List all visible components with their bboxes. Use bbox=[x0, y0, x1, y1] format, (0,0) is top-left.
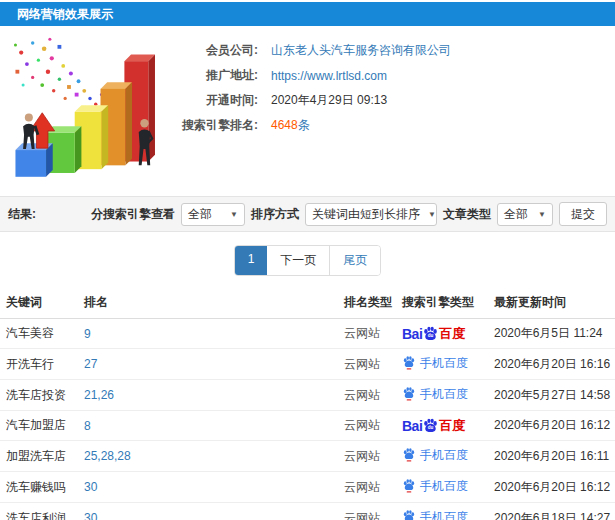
submit-button[interactable]: 提交 bbox=[559, 202, 607, 226]
promo-url-link[interactable]: https://www.lrtlsd.com bbox=[271, 69, 387, 83]
rank-cell[interactable]: 30 bbox=[80, 472, 340, 503]
engine-select[interactable]: 全部 ▼ bbox=[181, 203, 245, 226]
promo-url-label: 推广地址: bbox=[178, 67, 258, 84]
mobile-baidu-logo: 手机百度 bbox=[402, 447, 468, 462]
chevron-down-icon: ▼ bbox=[428, 210, 436, 219]
header-update-time: 最新更新时间 bbox=[490, 286, 615, 319]
company-label: 会员公司: bbox=[178, 42, 258, 59]
baidu-paw-du-text: du bbox=[428, 425, 434, 430]
engine-filter-label: 分搜索引擎查看 bbox=[91, 206, 175, 223]
header-engine-type: 搜索引擎类型 bbox=[398, 286, 490, 319]
mobile-baidu-label: 手机百度 bbox=[420, 449, 468, 461]
baidu-paw-icon: du bbox=[422, 417, 439, 434]
page-title: 网络营销效果展示 bbox=[0, 2, 615, 26]
info-row-company: 会员公司: 山东老人头汽车服务咨询有限公司 bbox=[178, 38, 615, 63]
rank-type-cell: 云网站 bbox=[340, 411, 398, 441]
article-type-select[interactable]: 全部 ▼ bbox=[497, 203, 553, 226]
results-table: 关键词 排名 排名类型 搜索引擎类型 最新更新时间 汽车美容 9 云网站 Bai bbox=[0, 286, 615, 520]
rank-type-cell: 云网站 bbox=[340, 380, 398, 411]
mobile-baidu-label: 手机百度 bbox=[420, 357, 468, 369]
mobile-baidu-logo: 手机百度 bbox=[402, 355, 468, 370]
update-time-cell: 2020年6月18日 14:27 bbox=[490, 503, 615, 520]
engine-cell: Bai du 百度 bbox=[398, 349, 490, 380]
rank-cell[interactable]: 9 bbox=[80, 319, 340, 349]
update-time-cell: 2020年5月27日 14:58 bbox=[490, 380, 615, 411]
header-rank-type: 排名类型 bbox=[340, 286, 398, 319]
sort-select-value: 关键词由短到长排序 bbox=[312, 206, 420, 223]
table-row: 洗车店利润 30 云网站 Bai du 百度 bbox=[0, 503, 615, 520]
rank-count-number: 4648 bbox=[271, 118, 298, 132]
page-1-button[interactable]: 1 bbox=[235, 246, 268, 275]
result-label: 结果: bbox=[8, 206, 36, 223]
keyword-cell: 洗车店投资 bbox=[0, 380, 80, 411]
mobile-baidu-paw-icon bbox=[402, 509, 416, 520]
next-page-button[interactable]: 下一页 bbox=[267, 246, 329, 275]
table-row: 汽车美容 9 云网站 Bai du 百度 bbox=[0, 319, 615, 349]
rank-count-label: 搜索引擎排名: bbox=[178, 117, 258, 134]
rank-type-cell: 云网站 bbox=[340, 319, 398, 349]
engine-cell: Bai du 百度 bbox=[398, 380, 490, 411]
pagination: 1 下一页 尾页 bbox=[234, 245, 382, 276]
last-page-button[interactable]: 尾页 bbox=[329, 246, 380, 275]
rank-cell[interactable]: 27 bbox=[80, 349, 340, 380]
header-keyword: 关键词 bbox=[0, 286, 80, 319]
company-link[interactable]: 山东老人头汽车服务咨询有限公司 bbox=[271, 42, 451, 59]
info-row-open-time: 开通时间: 2020年4月29日 09:13 bbox=[178, 88, 615, 113]
engine-cell: Bai du 百度 bbox=[398, 411, 490, 441]
update-time-cell: 2020年6月20日 16:12 bbox=[490, 472, 615, 503]
keyword-cell: 洗车店利润 bbox=[0, 503, 80, 520]
rank-count-suffix: 条 bbox=[298, 118, 310, 132]
sort-select[interactable]: 关键词由短到长排序 ▼ bbox=[305, 203, 437, 226]
rank-type-cell: 云网站 bbox=[340, 441, 398, 472]
rank-cell[interactable]: 30 bbox=[80, 503, 340, 520]
bar-chart-illustration bbox=[0, 26, 178, 186]
article-filter-label: 文章类型 bbox=[443, 206, 491, 223]
keyword-cell: 开洗车行 bbox=[0, 349, 80, 380]
baidu-logo: Bai du 百度 bbox=[402, 325, 465, 342]
rank-cell[interactable]: 8 bbox=[80, 411, 340, 441]
mobile-baidu-label: 手机百度 bbox=[420, 480, 468, 492]
table-row: 开洗车行 27 云网站 Bai du 百度 bbox=[0, 349, 615, 380]
chevron-down-icon: ▼ bbox=[538, 210, 546, 219]
filter-controls: 分搜索引擎查看 全部 ▼ 排序方式 关键词由短到长排序 ▼ 文章类型 全部 ▼ … bbox=[91, 202, 607, 226]
mobile-baidu-logo: 手机百度 bbox=[402, 386, 468, 401]
header-rank: 排名 bbox=[80, 286, 340, 319]
keyword-cell: 汽车加盟店 bbox=[0, 411, 80, 441]
rank-type-cell: 云网站 bbox=[340, 503, 398, 520]
info-row-rank-count: 搜索引擎排名: 4648条 bbox=[178, 113, 615, 138]
summary-panel: 会员公司: 山东老人头汽车服务咨询有限公司 推广地址: https://www.… bbox=[0, 26, 615, 190]
table-header-row: 关键词 排名 排名类型 搜索引擎类型 最新更新时间 bbox=[0, 286, 615, 319]
mobile-baidu-paw-icon bbox=[402, 447, 416, 462]
rank-cell[interactable]: 21,26 bbox=[80, 380, 340, 411]
baidu-logo-cn: 百度 bbox=[439, 327, 465, 340]
engine-cell: Bai du 百度 bbox=[398, 503, 490, 520]
open-time-value: 2020年4月29日 09:13 bbox=[271, 92, 387, 109]
keyword-cell: 加盟洗车店 bbox=[0, 441, 80, 472]
keyword-cell: 洗车赚钱吗 bbox=[0, 472, 80, 503]
mobile-baidu-label: 手机百度 bbox=[420, 388, 468, 400]
info-row-url: 推广地址: https://www.lrtlsd.com bbox=[178, 63, 615, 88]
engine-cell: Bai du 百度 bbox=[398, 319, 490, 349]
baidu-paw-icon: du bbox=[422, 325, 439, 342]
rank-type-cell: 云网站 bbox=[340, 349, 398, 380]
confetti-dots bbox=[14, 38, 103, 106]
engine-select-value: 全部 bbox=[188, 206, 212, 223]
rank-cell[interactable]: 25,28,28 bbox=[80, 441, 340, 472]
chevron-down-icon: ▼ bbox=[230, 210, 238, 219]
keyword-cell: 汽车美容 bbox=[0, 319, 80, 349]
baidu-logo-bai: Bai bbox=[402, 327, 422, 341]
mobile-baidu-paw-icon bbox=[402, 386, 416, 401]
mobile-baidu-logo: 手机百度 bbox=[402, 509, 468, 520]
rank-type-cell: 云网站 bbox=[340, 472, 398, 503]
page: 网络营销效果展示 bbox=[0, 0, 615, 520]
sort-filter-label: 排序方式 bbox=[251, 206, 299, 223]
rank-count-value: 4648条 bbox=[271, 117, 310, 134]
update-time-cell: 2020年6月5日 11:24 bbox=[490, 319, 615, 349]
table-row: 汽车加盟店 8 云网站 Bai du 百度 bbox=[0, 411, 615, 441]
mobile-baidu-paw-icon bbox=[402, 355, 416, 370]
bar-chart-graphic bbox=[4, 30, 176, 186]
engine-cell: Bai du 百度 bbox=[398, 472, 490, 503]
engine-cell: Bai du 百度 bbox=[398, 441, 490, 472]
baidu-paw-du-text: du bbox=[428, 333, 434, 338]
table-row: 洗车店投资 21,26 云网站 Bai du 百度 bbox=[0, 380, 615, 411]
